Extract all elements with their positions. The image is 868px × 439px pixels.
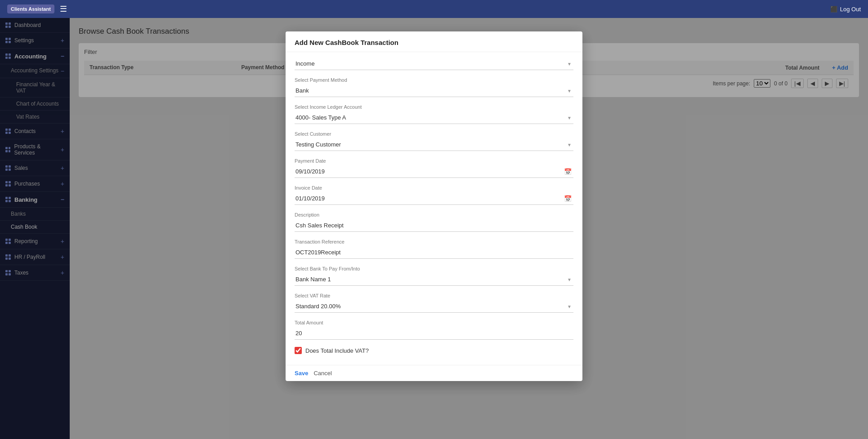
payment-date-input[interactable] <box>295 165 573 178</box>
payment-method-select[interactable]: Bank Cash <box>295 84 573 97</box>
modal-footer: Save Cancel <box>286 365 582 381</box>
invoice-date-label: Invoice Date <box>295 185 573 191</box>
modal-overlay: Add New CashBook Transaction Income Expe… <box>0 18 868 439</box>
vat-rate-select[interactable]: Standard 20.00% Zero 0% <box>295 300 573 313</box>
description-input[interactable] <box>295 219 573 232</box>
transaction-type-select[interactable]: Income Expense <box>295 58 573 70</box>
modal-title: Add New CashBook Transaction <box>286 31 582 52</box>
include-vat-label: Does Total Include VAT? <box>305 347 369 354</box>
app-logo: Clients Assistant <box>7 4 54 13</box>
transaction-ref-field: Transaction Reference <box>295 239 573 259</box>
invoice-date-calendar-icon: 📅 <box>564 195 572 202</box>
income-ledger-select[interactable]: 4000- Sales Type A <box>295 111 573 124</box>
payment-method-field: Select Payment Method Bank Cash <box>295 77 573 97</box>
vat-rate-field: Select VAT Rate Standard 20.00% Zero 0% <box>295 293 573 313</box>
total-amount-label: Total Amount <box>295 320 573 325</box>
customer-field: Select Customer Testing Customer <box>295 131 573 151</box>
topbar-left: Clients Assistant ☰ <box>7 4 67 14</box>
income-ledger-label: Select Income Ledger Account <box>295 104 573 110</box>
total-amount-field: Total Amount <box>295 320 573 340</box>
vat-rate-wrapper: Standard 20.00% Zero 0% <box>295 300 573 313</box>
include-vat-row: Does Total Include VAT? <box>295 347 573 354</box>
bank-wrapper: Bank Name 1 <box>295 273 573 286</box>
bank-select[interactable]: Bank Name 1 <box>295 273 573 286</box>
description-label: Description <box>295 212 573 217</box>
bank-label: Select Bank To Pay From/Into <box>295 266 573 271</box>
customer-select[interactable]: Testing Customer <box>295 138 573 151</box>
logout-button[interactable]: ⬛ Log Out <box>830 6 861 13</box>
topbar: Clients Assistant ☰ ⬛ Log Out <box>0 0 868 18</box>
transaction-ref-input[interactable] <box>295 246 573 259</box>
save-button[interactable]: Save <box>295 370 308 377</box>
payment-method-label: Select Payment Method <box>295 77 573 83</box>
transaction-type-wrapper: Income Expense <box>295 58 573 70</box>
invoice-date-input[interactable] <box>295 192 573 205</box>
transaction-ref-label: Transaction Reference <box>295 239 573 244</box>
total-amount-input[interactable] <box>295 327 573 340</box>
logout-icon: ⬛ <box>830 6 837 13</box>
modal-body: Income Expense Select Payment Method Ban… <box>286 52 582 365</box>
income-ledger-wrapper: 4000- Sales Type A <box>295 111 573 124</box>
vat-rate-label: Select VAT Rate <box>295 293 573 298</box>
include-vat-checkbox[interactable] <box>295 347 302 354</box>
customer-wrapper: Testing Customer <box>295 138 573 151</box>
income-ledger-field: Select Income Ledger Account 4000- Sales… <box>295 104 573 124</box>
description-field: Description <box>295 212 573 232</box>
cancel-button[interactable]: Cancel <box>313 370 331 377</box>
payment-method-wrapper: Bank Cash <box>295 84 573 97</box>
invoice-date-field: Invoice Date 📅 <box>295 185 573 205</box>
logout-label: Log Out <box>840 6 861 13</box>
payment-date-label: Payment Date <box>295 158 573 164</box>
payment-date-calendar-icon: 📅 <box>564 168 572 175</box>
payment-date-field: Payment Date 📅 <box>295 158 573 178</box>
payment-date-wrapper: 📅 <box>295 165 573 178</box>
modal: Add New CashBook Transaction Income Expe… <box>286 31 582 381</box>
hamburger-icon[interactable]: ☰ <box>60 4 67 14</box>
bank-field: Select Bank To Pay From/Into Bank Name 1 <box>295 266 573 286</box>
invoice-date-wrapper: 📅 <box>295 192 573 205</box>
customer-label: Select Customer <box>295 131 573 137</box>
transaction-type-field: Income Expense <box>295 58 573 70</box>
